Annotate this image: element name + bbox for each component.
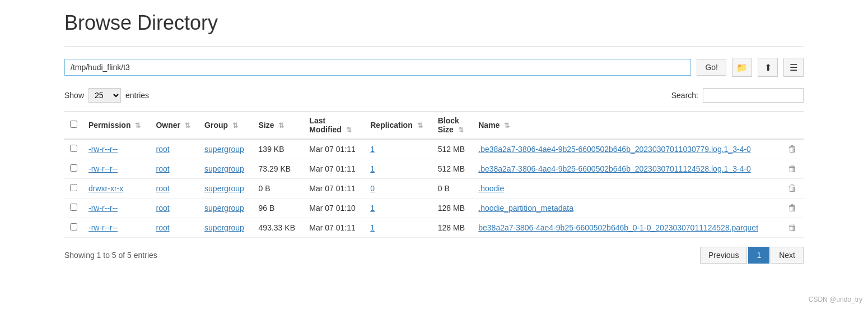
path-bar: Go! 📁 ⬆ ☰ [64, 58, 804, 77]
controls-row: Show 10 25 50 100 entries Search: [64, 88, 804, 103]
row-0-name[interactable]: .be38a2a7-3806-4ae4-9b25-6600502b646b_20… [473, 139, 782, 159]
row-0-name-link[interactable]: .be38a2a7-3806-4ae4-9b25-6600502b646b_20… [478, 145, 751, 154]
row-2-replication[interactable]: 0 [365, 179, 432, 199]
row-4-group[interactable]: supergroup [199, 218, 253, 238]
row-3-checkbox[interactable] [70, 204, 77, 211]
row-1-group[interactable]: supergroup [199, 159, 253, 179]
row-0-last-modified: Mar 07 01:11 [304, 139, 365, 159]
row-2-permission[interactable]: drwxr-xr-x [83, 179, 150, 199]
row-3-delete-button[interactable]: 🗑 [788, 203, 797, 213]
row-3-owner[interactable]: root [150, 199, 199, 218]
row-1-permission[interactable]: -rw-r--r-- [83, 159, 150, 179]
row-2-delete-button[interactable]: 🗑 [788, 183, 797, 193]
col-permission[interactable]: Permission ⇅ [83, 112, 150, 140]
row-4-permission-link[interactable]: -rw-r--r-- [88, 223, 118, 232]
row-1-owner[interactable]: root [150, 159, 199, 179]
row-0-permission[interactable]: -rw-r--r-- [83, 139, 150, 159]
col-owner[interactable]: Owner ⇅ [150, 112, 199, 140]
row-1-checkbox[interactable] [70, 164, 77, 172]
row-4-checkbox[interactable] [70, 223, 77, 230]
row-2-last-modified: Mar 07 01:11 [304, 179, 365, 199]
select-all-header[interactable] [64, 112, 83, 140]
sort-icon-size: ⇅ [278, 122, 284, 130]
row-2-checkbox[interactable] [70, 184, 77, 191]
row-1-owner-link[interactable]: root [156, 164, 169, 173]
row-3-group[interactable]: supergroup [199, 199, 253, 218]
showing-text: Showing 1 to 5 of 5 entries [64, 251, 157, 260]
row-4-replication[interactable]: 1 [365, 218, 432, 238]
col-actions [782, 112, 804, 140]
upload-icon-button[interactable]: ⬆ [758, 58, 778, 77]
row-2-permission-link[interactable]: drwxr-xr-x [88, 184, 123, 193]
folder-icon-button[interactable]: 📁 [732, 58, 752, 77]
sort-icon-block-size: ⇅ [458, 126, 464, 134]
row-2-group-link[interactable]: supergroup [204, 184, 244, 193]
row-0-replication-link[interactable]: 1 [370, 145, 375, 154]
row-4-permission[interactable]: -rw-r--r-- [83, 218, 150, 238]
row-3-permission-link[interactable]: -rw-r--r-- [88, 204, 118, 213]
table-row: -rw-r--r--rootsupergroup96 BMar 07 01:10… [64, 199, 804, 218]
title-divider [64, 46, 804, 47]
row-0-group-link[interactable]: supergroup [204, 145, 244, 154]
row-0-owner[interactable]: root [150, 139, 199, 159]
row-4-replication-link[interactable]: 1 [370, 223, 375, 232]
row-4-owner[interactable]: root [150, 218, 199, 238]
col-group[interactable]: Group ⇅ [199, 112, 253, 140]
row-1-permission-link[interactable]: -rw-r--r-- [88, 164, 118, 173]
row-2-owner[interactable]: root [150, 179, 199, 199]
row-1-group-link[interactable]: supergroup [204, 164, 244, 173]
col-block-size[interactable]: BlockSize ⇅ [432, 112, 473, 140]
col-size[interactable]: Size ⇅ [253, 112, 304, 140]
row-3-name[interactable]: .hoodie_partition_metadata [473, 199, 782, 218]
row-0-delete-cell: 🗑 [782, 139, 804, 159]
row-0-delete-button[interactable]: 🗑 [788, 144, 797, 154]
row-3-replication-link[interactable]: 1 [370, 204, 375, 213]
row-3-group-link[interactable]: supergroup [204, 204, 244, 213]
page-title: Browse Directory [64, 11, 804, 35]
row-1-name-link[interactable]: .be38a2a7-3806-4ae4-9b25-6600502b646b_20… [478, 164, 751, 173]
row-2-name-link[interactable]: .hoodie [478, 184, 504, 193]
col-name[interactable]: Name ⇅ [473, 112, 782, 140]
list-icon-button[interactable]: ☰ [783, 58, 804, 77]
row-2-size: 0 B [253, 179, 304, 199]
next-button[interactable]: Next [771, 247, 804, 264]
row-2-group[interactable]: supergroup [199, 179, 253, 199]
row-0-permission-link[interactable]: -rw-r--r-- [88, 145, 118, 154]
previous-button[interactable]: Previous [700, 247, 747, 264]
row-0-block-size: 512 MB [432, 139, 473, 159]
row-0-replication[interactable]: 1 [365, 139, 432, 159]
row-3-checkbox-cell [64, 199, 83, 218]
row-1-name[interactable]: .be38a2a7-3806-4ae4-9b25-6600502b646b_20… [473, 159, 782, 179]
row-4-name[interactable]: be38a2a7-3806-4ae4-9b25-6600502b646b_0-1… [473, 218, 782, 238]
row-4-group-link[interactable]: supergroup [204, 223, 244, 232]
go-button[interactable]: Go! [697, 59, 726, 76]
select-all-checkbox[interactable] [70, 121, 77, 128]
entries-label: entries [125, 91, 149, 100]
row-3-owner-link[interactable]: root [156, 204, 169, 213]
row-4-owner-link[interactable]: root [156, 223, 169, 232]
row-4-block-size: 128 MB [432, 218, 473, 238]
search-input[interactable] [703, 88, 804, 103]
row-1-delete-button[interactable]: 🗑 [788, 164, 797, 173]
row-4-name-link[interactable]: be38a2a7-3806-4ae4-9b25-6600502b646b_0-1… [478, 223, 758, 232]
footer-row: Showing 1 to 5 of 5 entries Previous 1 N… [64, 247, 804, 264]
row-4-delete-button[interactable]: 🗑 [788, 223, 797, 232]
row-3-permission[interactable]: -rw-r--r-- [83, 199, 150, 218]
row-4-last-modified: Mar 07 01:11 [304, 218, 365, 238]
row-3-replication[interactable]: 1 [365, 199, 432, 218]
row-4-size: 493.33 KB [253, 218, 304, 238]
row-3-name-link[interactable]: .hoodie_partition_metadata [478, 204, 573, 213]
row-1-replication-link[interactable]: 1 [370, 164, 375, 173]
row-2-replication-link[interactable]: 0 [370, 184, 375, 193]
row-0-checkbox[interactable] [70, 145, 77, 152]
row-1-replication[interactable]: 1 [365, 159, 432, 179]
row-0-owner-link[interactable]: root [156, 145, 169, 154]
page-1-button[interactable]: 1 [748, 247, 769, 264]
row-0-group[interactable]: supergroup [199, 139, 253, 159]
col-replication[interactable]: Replication ⇅ [365, 112, 432, 140]
entries-select[interactable]: 10 25 50 100 [88, 88, 121, 103]
row-2-owner-link[interactable]: root [156, 184, 169, 193]
path-input[interactable] [64, 59, 691, 76]
row-2-name[interactable]: .hoodie [473, 179, 782, 199]
col-last-modified[interactable]: LastModified ⇅ [304, 112, 365, 140]
